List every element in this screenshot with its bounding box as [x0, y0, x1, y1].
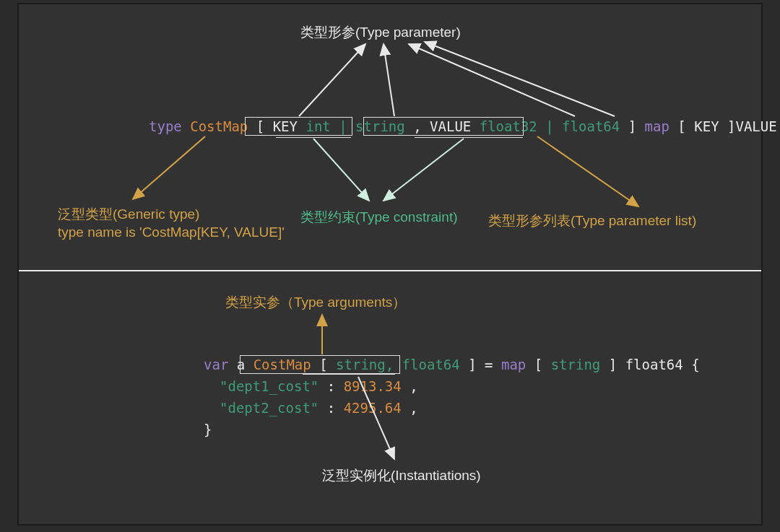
code-entry-2: "dept2_cost" : 4295.64 ,: [220, 400, 418, 416]
label-type-parameter: 类型形参(Type parameter): [300, 23, 461, 42]
kw-type: type: [149, 118, 182, 134]
label-type-param-list: 类型形参列表(Type parameter list): [488, 212, 696, 230]
underline-value-constraint: [415, 137, 523, 138]
code-entry-1: "dept1_cost" : 8913.34 ,: [220, 378, 418, 394]
label-type-constraint: 类型约束(Type constraint): [300, 208, 458, 227]
label-type-arguments: 类型实参（Type arguments）: [225, 293, 406, 312]
code-var-decl: var a CostMap [ string, float64 ] = map …: [204, 357, 700, 372]
code-type-decl: type CostMap [ KEY int | string , VALUE …: [149, 118, 777, 134]
type-name: CostMap: [190, 118, 248, 134]
svg-line-5: [537, 136, 638, 206]
diagram-frame: 类型形参(Type parameter) type CostMap [ KEY …: [17, 3, 763, 526]
code-rbrace: }: [204, 422, 212, 437]
svg-line-0: [299, 44, 365, 116]
svg-line-2: [409, 44, 575, 116]
svg-line-7: [384, 139, 464, 201]
label-generic-type-1: 泛型类型(Generic type): [58, 205, 199, 224]
underline-type-args: [303, 374, 395, 375]
divider: [19, 270, 761, 271]
arrows-bottom: [19, 4, 764, 527]
underline-key-constraint: [276, 137, 351, 138]
svg-line-3: [425, 42, 615, 116]
label-generic-type-2: type name is 'CostMap[KEY, VALUE]': [58, 224, 285, 240]
svg-line-4: [133, 136, 205, 199]
svg-line-1: [384, 44, 394, 116]
svg-line-6: [313, 139, 369, 201]
label-instantiations: 泛型实例化(Instantiations): [322, 466, 481, 485]
